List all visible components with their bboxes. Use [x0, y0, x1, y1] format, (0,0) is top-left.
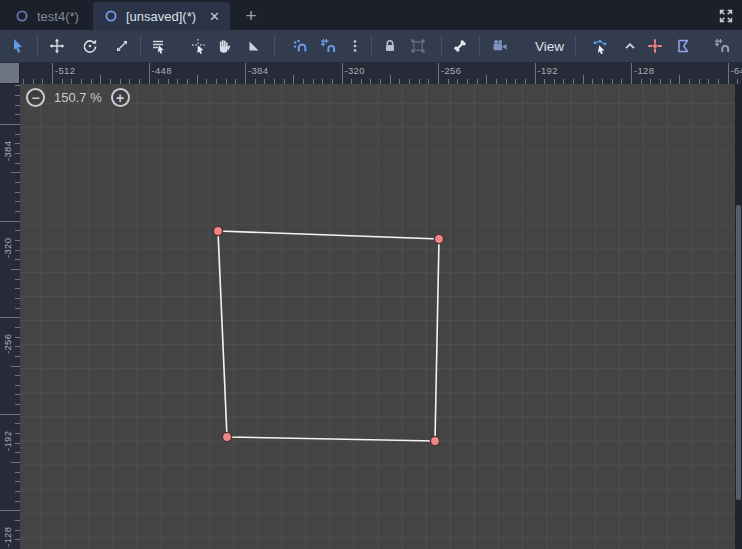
- ruler-label: -256: [2, 320, 13, 354]
- pivot-tool-button[interactable]: [187, 34, 211, 58]
- scale-icon: [114, 38, 130, 54]
- ruler-tick: [535, 63, 536, 84]
- grid-snap-gray-icon: [714, 38, 730, 54]
- ruler-tick: [245, 63, 246, 84]
- ruler-tick: [631, 63, 632, 84]
- ruler-label: -192: [538, 65, 558, 76]
- ruler-label: -320: [2, 224, 13, 258]
- ruler-label: -128: [634, 65, 654, 76]
- ruler-tick: [583, 75, 584, 84]
- toolbar-separator: [371, 35, 372, 56]
- scrollbar-thumb[interactable]: [736, 205, 741, 500]
- toolbar-separator: [575, 35, 576, 56]
- new-scene-button[interactable]: +: [238, 4, 264, 28]
- left-ruler: -384-320-256-192-128: [0, 84, 21, 549]
- list-select-button[interactable]: [146, 34, 170, 58]
- move-tool-button[interactable]: [45, 34, 69, 58]
- zoom-widget: − 150.7 % +: [26, 88, 130, 107]
- rotate-tool-button[interactable]: [78, 34, 102, 58]
- pivot-icon: [191, 38, 207, 54]
- zoom-in-button[interactable]: +: [111, 88, 130, 107]
- lock-button[interactable]: [378, 34, 402, 58]
- ruler-tick: [149, 63, 150, 84]
- ruler-label: -448: [152, 65, 172, 76]
- toolbar-separator: [441, 35, 442, 56]
- position-crosshair-icon: [647, 38, 663, 54]
- tab-test4[interactable]: test4(*): [4, 2, 89, 30]
- lock-icon: [382, 38, 398, 54]
- ruler-icon: [246, 38, 262, 54]
- tab-close-button[interactable]: ✕: [209, 9, 220, 24]
- skeleton-options-button[interactable]: [448, 34, 472, 58]
- ruler-label: -192: [2, 417, 13, 451]
- ruler-label: -512: [55, 65, 75, 76]
- vertical-scrollbar[interactable]: [735, 84, 742, 549]
- group-icon: [410, 38, 426, 54]
- toolbar-separator: [274, 35, 275, 56]
- tab-unsaved[interactable]: [unsaved](*) ✕: [93, 2, 230, 30]
- zoom-level[interactable]: 150.7 %: [54, 90, 102, 105]
- zoom-out-button[interactable]: −: [26, 88, 45, 107]
- scale-tool-button[interactable]: [110, 34, 134, 58]
- ruler-tick: [728, 63, 729, 84]
- smart-snap-button[interactable]: [288, 34, 312, 58]
- ruler-tool-button[interactable]: [242, 34, 266, 58]
- ruler-tick: [293, 75, 294, 84]
- ruler-label: -384: [2, 127, 13, 161]
- polygon-edit-button[interactable]: [671, 34, 695, 58]
- polygon-edit-icon: [675, 38, 691, 54]
- tab-label: [unsaved](*): [126, 9, 196, 24]
- ruler-label: -256: [441, 65, 461, 76]
- expand-button[interactable]: [714, 4, 738, 28]
- ruler-tick: [679, 75, 680, 84]
- grid-snap-icon: [320, 38, 336, 54]
- ruler-tick: [342, 63, 343, 84]
- select-tool-button[interactable]: [6, 34, 30, 58]
- ruler-tick: [11, 269, 20, 270]
- view-menu-label: View: [535, 39, 564, 54]
- ruler-tick: [0, 221, 20, 222]
- vertical-dots-icon: [347, 38, 363, 54]
- scene-circle-icon: [14, 8, 30, 24]
- toolbar-separator: [140, 35, 141, 56]
- ruler-tick: [197, 75, 198, 84]
- ruler-tick: [11, 172, 20, 173]
- ruler-tick: [11, 462, 20, 463]
- position-button[interactable]: [643, 34, 667, 58]
- select-arrow-icon: [10, 38, 26, 54]
- ruler-tick: [100, 75, 101, 84]
- pan-tool-button[interactable]: [212, 34, 236, 58]
- edit-points-button[interactable]: [588, 34, 612, 58]
- ruler-label: -64: [731, 65, 742, 76]
- ruler-tick: [486, 75, 487, 84]
- scene-circle-icon: [103, 8, 119, 24]
- ruler-tick: [0, 124, 20, 125]
- viewport-canvas[interactable]: [20, 84, 735, 549]
- group-button[interactable]: [406, 34, 430, 58]
- ruler-tick: [0, 414, 20, 415]
- grid-snap-button[interactable]: [316, 34, 340, 58]
- toolbar-separator: [479, 35, 480, 56]
- ruler-label: -384: [248, 65, 268, 76]
- pan-hand-icon: [216, 38, 232, 54]
- move-icon: [49, 38, 65, 54]
- ruler-tick: [0, 510, 20, 511]
- canvas-toolbar: View: [0, 30, 742, 63]
- snap-options-button[interactable]: [343, 34, 367, 58]
- ruler-tick: [0, 317, 20, 318]
- ruler-tick: [11, 366, 20, 367]
- ruler-tick: [390, 75, 391, 84]
- smart-snap-icon: [292, 38, 308, 54]
- collapse-button[interactable]: [618, 34, 642, 58]
- view-menu-button[interactable]: View: [525, 34, 574, 58]
- ruler-corner: [0, 63, 20, 84]
- camera-override-button[interactable]: [488, 34, 512, 58]
- scene-tab-bar: test4(*) [unsaved](*) ✕ +: [0, 0, 742, 30]
- expand-icon: [718, 8, 734, 24]
- ruler-tick: [438, 63, 439, 84]
- rotate-icon: [82, 38, 98, 54]
- grid-snap-secondary-button[interactable]: [710, 34, 734, 58]
- bone-icon: [452, 38, 468, 54]
- edit-points-icon: [592, 38, 608, 54]
- ruler-label: -320: [345, 65, 365, 76]
